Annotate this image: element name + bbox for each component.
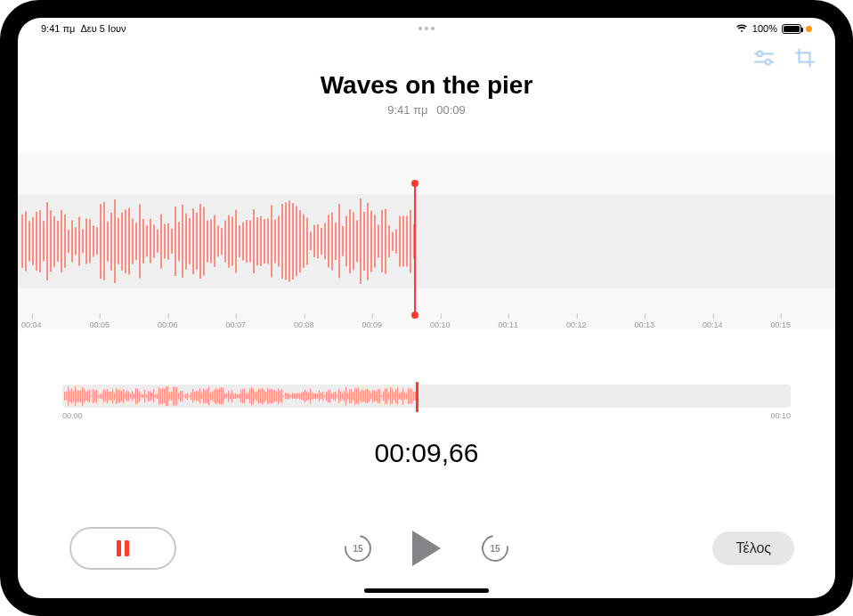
- ruler-tick: 00:07: [226, 320, 247, 329]
- status-time: 9:41 πμ: [41, 23, 75, 34]
- timecode: 00:09,66: [18, 438, 835, 468]
- ruler-tick: 00:06: [158, 320, 178, 329]
- battery-pct: 100%: [752, 23, 777, 34]
- mic-indicator-icon: [806, 26, 812, 32]
- svg-point-2: [758, 52, 763, 57]
- skip-forward-button[interactable]: 15: [480, 533, 510, 563]
- ruler-tick: 00:12: [566, 320, 587, 329]
- battery-icon: [782, 24, 801, 34]
- ruler-tick: 00:10: [430, 320, 451, 329]
- settings-sliders-icon[interactable]: [753, 48, 775, 71]
- svg-point-3: [766, 60, 771, 65]
- done-button[interactable]: Τέλος: [712, 531, 794, 565]
- playhead[interactable]: [414, 183, 416, 315]
- overview-end-label: 00:10: [770, 411, 791, 420]
- skip-back-button[interactable]: 15: [343, 533, 373, 563]
- ruler-tick: 00:14: [703, 320, 723, 329]
- waveform-window[interactable]: 00:0400:0500:0600:0700:0800:0900:1000:11…: [18, 153, 835, 349]
- pause-icon: [117, 540, 129, 556]
- ruler-tick: 00:15: [771, 320, 792, 329]
- time-ruler: 00:0400:0500:0600:0700:0800:0900:1000:11…: [18, 317, 835, 329]
- ipad-frame: 9:41 πμ Δευ 5 Ιουν 100% Waves on the pie…: [0, 0, 853, 616]
- screen: 9:41 πμ Δευ 5 Ιουν 100% Waves on the pie…: [18, 18, 835, 598]
- ruler-tick: 00:11: [499, 320, 519, 329]
- waveform-overview[interactable]: 00:00 00:10: [62, 379, 791, 415]
- recording-subtitle: 9:41 πμ 00:09: [18, 103, 835, 117]
- recording-title: Waves on the pier: [18, 71, 835, 100]
- overview-cursor[interactable]: [416, 382, 418, 412]
- multitask-dots[interactable]: [418, 27, 435, 30]
- overview-start-label: 00:00: [62, 411, 83, 420]
- status-date: Δευ 5 Ιουν: [80, 23, 126, 34]
- wifi-icon: [735, 24, 748, 33]
- home-indicator[interactable]: [364, 588, 489, 593]
- ruler-tick: 00:04: [21, 320, 42, 329]
- crop-trim-icon[interactable]: [794, 48, 816, 71]
- status-bar: 9:41 πμ Δευ 5 Ιουν 100%: [18, 18, 835, 39]
- pause-button[interactable]: [69, 527, 176, 570]
- ruler-tick: 00:13: [635, 320, 655, 329]
- ruler-tick: 00:05: [90, 320, 110, 329]
- ruler-tick: 00:08: [294, 320, 314, 329]
- play-button[interactable]: [412, 531, 441, 566]
- ruler-tick: 00:09: [362, 320, 383, 329]
